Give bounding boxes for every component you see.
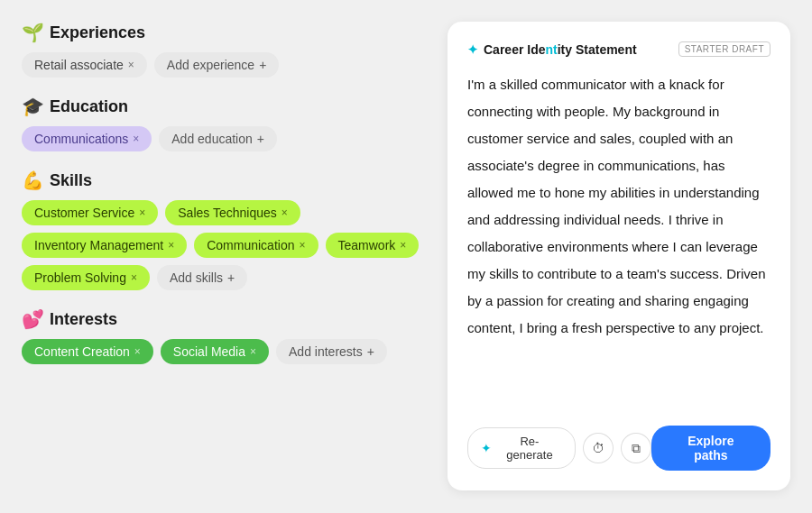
- skills-label: Skills: [50, 171, 92, 190]
- explore-label: Explore paths: [687, 434, 734, 463]
- tag-problem-solving[interactable]: Problem Solving ×: [22, 265, 150, 290]
- education-label: Education: [50, 97, 128, 116]
- add-interests-label: Add interests: [289, 344, 363, 359]
- skills-section: 💪 Skills Customer Service × Sales Techni…: [22, 169, 429, 290]
- tag-communication-close[interactable]: ×: [299, 239, 305, 252]
- add-education-icon: +: [257, 132, 264, 146]
- spark-icon: ✦: [467, 42, 478, 57]
- education-tags-row: Communications × Add education +: [22, 126, 429, 151]
- add-skills-label: Add skills: [170, 270, 223, 285]
- education-title: 🎓 Education: [22, 96, 429, 117]
- card-footer: ✦ Re-generate ⏱ ⧉ Explore paths: [467, 426, 770, 471]
- tag-communication[interactable]: Communication ×: [194, 233, 318, 258]
- skills-tags-row: Customer Service × Sales Techniques × In…: [22, 200, 429, 290]
- tag-communications[interactable]: Communications ×: [22, 126, 152, 151]
- tag-content-creation-label: Content Creation: [34, 344, 130, 359]
- regenerate-button[interactable]: ✦ Re-generate: [467, 427, 576, 469]
- tag-retail-associate-close[interactable]: ×: [128, 59, 134, 71]
- tag-sales-techniques[interactable]: Sales Techniques ×: [165, 200, 300, 225]
- tag-teamwork[interactable]: Teamwork ×: [326, 233, 420, 258]
- add-experience-icon: +: [259, 58, 266, 72]
- interests-tags-row: Content Creation × Social Media × Add in…: [22, 339, 429, 364]
- tag-content-creation-close[interactable]: ×: [134, 345, 141, 358]
- add-education-button[interactable]: Add education +: [159, 126, 277, 151]
- history-button[interactable]: ⏱: [583, 433, 614, 463]
- add-experience-label: Add experience: [167, 58, 254, 72]
- tag-customer-service-label: Customer Service: [34, 206, 134, 220]
- regen-spark-icon: ✦: [481, 441, 492, 455]
- add-education-label: Add education: [171, 132, 253, 146]
- tag-content-creation[interactable]: Content Creation ×: [22, 339, 153, 364]
- tag-retail-associate-label: Retail associate: [34, 58, 124, 72]
- identity-highlight: nt: [545, 42, 557, 57]
- tag-social-media-close[interactable]: ×: [250, 345, 256, 358]
- add-experience-button[interactable]: Add experience +: [154, 52, 279, 78]
- left-panel: 🌱 Experiences Retail associate × Add exp…: [22, 22, 429, 364]
- app-container: 🌱 Experiences Retail associate × Add exp…: [0, 0, 812, 513]
- experiences-title: 🌱 Experiences: [22, 22, 429, 43]
- add-skills-button[interactable]: Add skills +: [157, 265, 247, 290]
- footer-left: ✦ Re-generate ⏱ ⧉: [467, 427, 651, 469]
- card-header: ✦ Career Identity Statement STARTER DRAF…: [467, 41, 770, 57]
- add-interests-icon: +: [367, 344, 374, 359]
- tag-inventory-management-label: Inventory Management: [34, 238, 163, 252]
- skills-title: 💪 Skills: [22, 169, 429, 191]
- explore-paths-button[interactable]: Explore paths: [651, 426, 770, 471]
- tag-retail-associate[interactable]: Retail associate ×: [22, 52, 147, 78]
- tag-sales-techniques-label: Sales Techniques: [178, 206, 276, 220]
- tag-communications-close[interactable]: ×: [133, 133, 139, 145]
- add-skills-icon: +: [227, 270, 235, 285]
- experiences-label: Experiences: [50, 23, 145, 42]
- tag-problem-solving-close[interactable]: ×: [131, 271, 137, 284]
- education-section: 🎓 Education Communications × Add educati…: [22, 96, 429, 151]
- add-interests-button[interactable]: Add interests +: [276, 339, 387, 364]
- tag-inventory-management[interactable]: Inventory Management ×: [22, 233, 187, 258]
- starter-badge: STARTER DRAFT: [678, 41, 770, 57]
- tag-communication-label: Communication: [207, 238, 294, 252]
- experiences-emoji: 🌱: [22, 22, 44, 43]
- tag-social-media-label: Social Media: [173, 344, 245, 359]
- card-title: ✦ Career Identity Statement: [467, 42, 637, 57]
- history-icon: ⏱: [592, 441, 604, 455]
- regen-label: Re-generate: [497, 435, 562, 462]
- tag-sales-techniques-close[interactable]: ×: [281, 206, 288, 219]
- interests-title: 💕 Interests: [22, 308, 429, 330]
- education-emoji: 🎓: [22, 96, 44, 117]
- tag-problem-solving-label: Problem Solving: [34, 270, 126, 285]
- skills-emoji: 💪: [22, 169, 44, 191]
- experiences-tags-row: Retail associate × Add experience +: [22, 52, 429, 78]
- tag-customer-service-close[interactable]: ×: [139, 206, 145, 219]
- copy-button[interactable]: ⧉: [621, 433, 651, 463]
- tag-teamwork-label: Teamwork: [338, 238, 396, 252]
- tag-social-media[interactable]: Social Media ×: [161, 339, 269, 364]
- interests-emoji: 💕: [22, 308, 44, 330]
- tag-inventory-management-close[interactable]: ×: [168, 239, 174, 252]
- interests-label: Interests: [50, 310, 117, 329]
- experiences-section: 🌱 Experiences Retail associate × Add exp…: [22, 22, 429, 78]
- tag-teamwork-close[interactable]: ×: [400, 239, 406, 252]
- tag-communications-label: Communications: [34, 132, 128, 146]
- card-body: I'm a skilled communicator with a knack …: [467, 71, 770, 411]
- interests-section: 💕 Interests Content Creation × Social Me…: [22, 308, 429, 364]
- tag-customer-service[interactable]: Customer Service ×: [22, 200, 158, 225]
- right-panel: ✦ Career Identity Statement STARTER DRAF…: [448, 22, 790, 490]
- card-title-text: Career Identity Statement: [484, 42, 637, 57]
- copy-icon: ⧉: [632, 441, 641, 456]
